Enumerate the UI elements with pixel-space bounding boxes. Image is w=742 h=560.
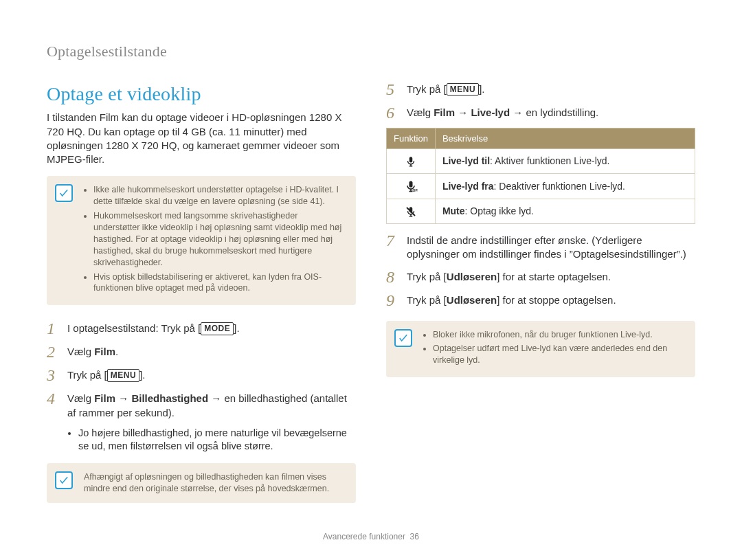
note-item: Hvis optisk billedstabilisering er aktiv… — [93, 271, 346, 295]
step-text: Tryk på [MENU]. — [407, 81, 484, 98]
two-column-layout: Optage et videoklip I tilstanden Film ka… — [47, 81, 695, 518]
step-9: 9 Tryk på [Udløseren] for at stoppe opta… — [386, 292, 695, 309]
note-item: Hukommelseskort med langsomme skrivehast… — [93, 210, 346, 268]
step-number: 4 — [47, 390, 59, 420]
menu-button-label: MENU — [447, 83, 479, 96]
svg-rect-0 — [409, 157, 413, 162]
page-footer: Avancerede funktioner 36 — [0, 531, 742, 542]
note-box-3: Bloker ikke mikrofonen, når du bruger fu… — [386, 321, 695, 378]
step-text: Tryk på [MENU]. — [67, 367, 145, 383]
step-number: 6 — [386, 104, 398, 121]
note-item: Optagelser udført med Live-lyd kan være … — [433, 343, 686, 366]
step-4: 4 Vælg Film → Billedhastighed → en bille… — [47, 390, 356, 420]
step-7: 7 Indstil de andre indstillinger efter ø… — [386, 232, 695, 262]
mode-button-label: MODE — [201, 322, 234, 335]
step-number: 7 — [386, 232, 398, 262]
step-text: Tryk på [Udløseren] for at stoppe optage… — [407, 292, 616, 309]
step-3: 3 Tryk på [MENU]. — [47, 367, 356, 383]
table-cell: Mute: Optag ikke lyd. — [435, 199, 695, 224]
page: Optagelsestilstande Optage et videoklip … — [0, 0, 742, 539]
svg-text:OFF: OFF — [412, 188, 418, 192]
step-number: 1 — [47, 320, 59, 337]
right-column: 5 Tryk på [MENU]. 6 Vælg Film → Live-lyd… — [386, 81, 695, 518]
note-text: Afhængigt af opløsningen og billedhastig… — [84, 471, 346, 495]
note-item: Ikke alle hukommelseskort understøtter o… — [93, 184, 346, 208]
table-row: OFF Live-lyd fra: Deaktiver funktionen L… — [387, 174, 695, 199]
step-1: 1 I optagelsestilstand: Tryk på [MODE]. — [47, 320, 356, 337]
note-icon — [394, 329, 412, 347]
step-bullet: Jo højere billedhastighed, jo mere natur… — [78, 427, 356, 453]
footer-page-number: 36 — [410, 532, 419, 541]
table-cell: Live-lyd fra: Deaktiver funktionen Live-… — [435, 174, 695, 199]
table-row: Live-lyd til: Aktiver funktionen Live-ly… — [387, 149, 695, 174]
note-box-2: Afhængigt af opløsningen og billedhastig… — [47, 463, 356, 503]
step-number: 3 — [47, 367, 59, 383]
breadcrumb: Optagelsestilstande — [47, 41, 695, 62]
function-table: Funktion Beskrivelse Live-lyd til: Aktiv… — [386, 128, 695, 224]
left-column: Optage et videoklip I tilstanden Film ka… — [47, 81, 356, 518]
step-number: 8 — [386, 269, 398, 285]
note-box-1: Ikke alle hukommelseskort understøtter o… — [47, 176, 356, 305]
step-5: 5 Tryk på [MENU]. — [386, 81, 695, 98]
svg-rect-3 — [409, 181, 412, 188]
step-text: Vælg Film → Live-lyd → en lydindstilling… — [407, 104, 598, 121]
table-header-function: Funktion — [387, 128, 436, 149]
menu-button-label: MENU — [107, 369, 139, 381]
step-2: 2 Vælg Film. — [47, 344, 356, 360]
step-4-bullet-list: Jo højere billedhastighed, jo mere natur… — [67, 427, 356, 453]
step-text: Tryk på [Udløseren] for at starte optage… — [407, 269, 611, 285]
note-icon — [55, 184, 73, 202]
table-row: Mute: Optag ikke lyd. — [387, 199, 695, 224]
step-number: 9 — [386, 292, 398, 309]
step-text: Vælg Film. — [67, 344, 118, 360]
note-item: Bloker ikke mikrofonen, når du bruger fu… — [433, 329, 686, 341]
footer-section: Avancerede funktioner — [323, 532, 405, 541]
mic-on-icon — [387, 149, 436, 174]
step-text: I optagelsestilstand: Tryk på [MODE]. — [67, 320, 240, 337]
table-header-desc: Beskrivelse — [435, 128, 695, 149]
step-number: 2 — [47, 344, 59, 360]
step-6: 6 Vælg Film → Live-lyd → en lydindstilli… — [386, 104, 695, 121]
step-text: Indstil de andre indstillinger efter øns… — [407, 232, 695, 262]
note-icon — [55, 471, 73, 489]
step-8: 8 Tryk på [Udløseren] for at starte opta… — [386, 269, 695, 285]
intro-paragraph: I tilstanden Film kan du optage videoer … — [47, 111, 356, 166]
section-title: Optage et videoklip — [47, 81, 356, 107]
step-text: Vælg Film → Billedhastighed → en billedh… — [67, 390, 356, 420]
mic-off-icon: OFF — [387, 174, 436, 199]
mic-mute-icon — [387, 199, 436, 224]
step-number: 5 — [386, 81, 398, 98]
table-cell: Live-lyd til: Aktiver funktionen Live-ly… — [435, 149, 695, 174]
